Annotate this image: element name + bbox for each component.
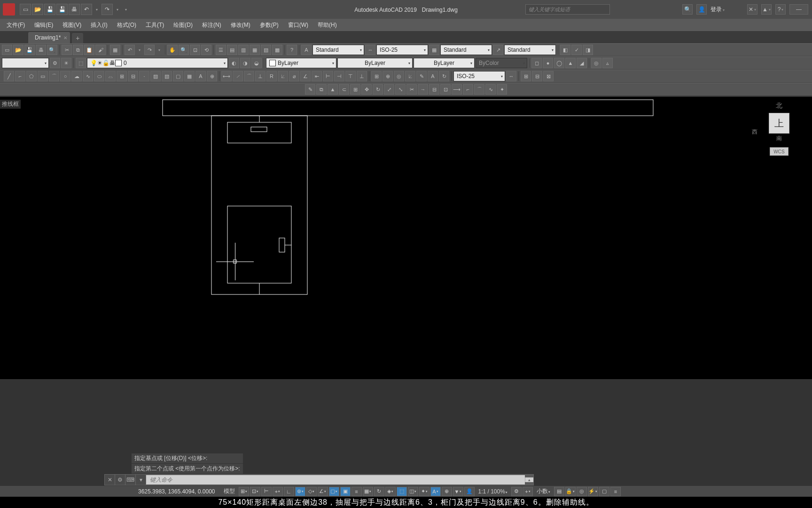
menu-parametric[interactable]: 参数(P) — [255, 19, 283, 31]
signin-icon[interactable]: 👤 — [696, 4, 707, 15]
circle-icon[interactable]: ○ — [60, 71, 70, 81]
copy-obj-icon[interactable]: ⧉ — [316, 84, 327, 95]
dim-quick-icon[interactable]: ⇤ — [312, 71, 322, 81]
solid-wedge-icon[interactable]: ◢ — [577, 58, 587, 68]
otrack-icon[interactable]: ∠ — [318, 487, 328, 496]
annovis-icon[interactable]: ⊕ — [442, 487, 452, 496]
undo-icon[interactable]: ↶ — [125, 45, 135, 55]
dynamic-icon[interactable]: + — [273, 487, 283, 496]
properties-icon[interactable]: ☰ — [216, 45, 226, 55]
arc-icon[interactable]: ⌒ — [49, 71, 59, 81]
pan-icon[interactable]: ✋ — [167, 45, 178, 55]
menu-view[interactable]: 视图(V) — [58, 19, 86, 31]
polyline-icon[interactable]: ⌐ — [15, 71, 25, 81]
menu-file[interactable]: 文件(F) — [2, 19, 30, 31]
table-style-combo[interactable]: Standard — [440, 45, 492, 55]
undo-drop-icon[interactable]: ▾ — [93, 4, 101, 15]
color-combo[interactable]: ByLayer — [266, 58, 336, 68]
wcs-badge[interactable]: WCS — [770, 147, 789, 156]
paste-icon[interactable]: 📋 — [84, 45, 94, 55]
dim-angular-icon[interactable]: ∠ — [300, 71, 311, 81]
spline-icon[interactable]: ∿ — [83, 71, 93, 81]
menu-format[interactable]: 格式(O) — [112, 19, 141, 31]
layer-manager-icon[interactable]: ⬚ — [76, 58, 86, 68]
dim-tedit-icon[interactable]: A — [428, 71, 438, 81]
mtext-icon[interactable]: A — [195, 71, 206, 81]
iso-icon[interactable]: ◇ — [306, 487, 317, 496]
linetype-combo[interactable]: ByLayer — [337, 58, 413, 68]
make-block-icon[interactable]: ⊟ — [128, 71, 138, 81]
cut-icon[interactable]: ✂ — [62, 45, 72, 55]
text-style-icon[interactable]: A — [301, 45, 312, 55]
dim-arc-icon[interactable]: ⌒ — [244, 71, 254, 81]
extend-icon[interactable]: → — [418, 84, 428, 95]
solid-box-icon[interactable]: ◻ — [531, 58, 542, 68]
blend-icon[interactable]: ∿ — [485, 84, 496, 95]
layer-combo[interactable]: 💡☀🔓🖶 0 — [87, 58, 228, 68]
open-icon[interactable]: 📂 — [13, 45, 23, 55]
view-btn3-icon[interactable]: ⊠ — [543, 71, 554, 81]
solid-sphere-icon[interactable]: ● — [543, 58, 553, 68]
layer-iso-icon[interactable]: ◒ — [251, 58, 262, 68]
tool-palettes-icon[interactable]: ▥ — [238, 45, 249, 55]
style-btn2-icon[interactable]: ✓ — [571, 45, 582, 55]
view-btn2-icon[interactable]: ⊟ — [532, 71, 542, 81]
dim-style-combo[interactable]: ISO-25 — [376, 45, 428, 55]
dim-style-mgr-icon[interactable]: ↔ — [506, 71, 516, 81]
2dosnap-icon[interactable]: ▣ — [340, 487, 351, 496]
ortho-icon[interactable]: ∟ — [284, 487, 294, 496]
join-icon[interactable]: ⟶ — [452, 84, 462, 95]
dim-style-combo2[interactable]: ISO-25 — [453, 71, 505, 81]
tolerance-icon[interactable]: ⊞ — [371, 71, 382, 81]
workspace-settings-icon[interactable]: ⚙ — [50, 58, 60, 68]
menu-edit[interactable]: 编辑(E) — [30, 19, 58, 31]
undo-drop[interactable]: ▾ — [136, 44, 143, 56]
lwt-icon[interactable]: ≡ — [351, 487, 362, 496]
undo-icon[interactable]: ↶ — [81, 4, 92, 15]
zoom-prev-icon[interactable]: ⟲ — [201, 45, 211, 55]
viewcube[interactable]: 北 西 上 南 WCS — [756, 102, 803, 167]
workspace-combo[interactable] — [2, 58, 49, 68]
save-icon[interactable]: 💾 — [44, 4, 55, 15]
ducs-icon[interactable]: ⬚ — [397, 487, 407, 496]
revcloud-icon[interactable]: ☁ — [71, 71, 82, 81]
table-style-icon[interactable]: ▦ — [429, 45, 439, 55]
menu-dimension[interactable]: 标注(N) — [197, 19, 226, 31]
view-btn1-icon[interactable]: ⊞ — [521, 71, 531, 81]
dim-linear-icon[interactable]: ⟷ — [221, 71, 232, 81]
solid-pyramid-icon[interactable]: ▵ — [602, 58, 613, 68]
cmd-expand-icon[interactable]: ▴ — [525, 477, 533, 482]
inspect-icon[interactable]: ◎ — [394, 71, 404, 81]
text-style-combo[interactable]: Standard — [312, 45, 364, 55]
menu-insert[interactable]: 插入(I) — [86, 19, 112, 31]
osnap-icon[interactable]: ▢ — [329, 487, 339, 496]
scale-readout[interactable]: 1:1 / 100% — [476, 488, 510, 495]
ellipse-icon[interactable]: ⬭ — [94, 71, 104, 81]
dim-update-icon[interactable]: ↻ — [439, 71, 449, 81]
solid-torus-icon[interactable]: ◎ — [591, 58, 601, 68]
open-icon[interactable]: 📂 — [32, 4, 43, 15]
mleader-style-icon[interactable]: ↗ — [493, 45, 503, 55]
cmd-config-icon[interactable]: ⚙ — [115, 475, 125, 485]
match-prop-icon[interactable]: 🖌 — [95, 45, 106, 55]
ellipse-arc-icon[interactable]: ⌓ — [105, 71, 116, 81]
new-tab-button[interactable]: + — [72, 33, 83, 43]
hwacc-icon[interactable]: ⚡ — [588, 487, 598, 496]
qat-customize-icon[interactable]: ▾ — [122, 4, 130, 15]
stretch-icon[interactable]: ⤡ — [395, 84, 406, 95]
annoscale-icon[interactable]: A — [430, 487, 441, 496]
style-btn1-icon[interactable]: ◧ — [560, 45, 570, 55]
command-input[interactable] — [146, 475, 525, 484]
3dosnap-icon[interactable]: ◈ — [385, 487, 396, 496]
chamfer-icon[interactable]: ⌐ — [463, 84, 473, 95]
cleanscreen-icon[interactable]: ▢ — [599, 487, 609, 496]
model-button[interactable]: 模型 — [221, 487, 238, 495]
cmd-recent-icon[interactable]: ▾ — [136, 475, 146, 485]
redo-drop[interactable]: ▾ — [156, 44, 163, 56]
cmd-close-icon[interactable]: ✕ — [105, 475, 115, 485]
preview-icon[interactable]: 🔍 — [47, 45, 57, 55]
dim-aligned-icon[interactable]: ⟋ — [233, 71, 243, 81]
help-icon[interactable]: ? — [287, 45, 297, 55]
zoom-window-icon[interactable]: ⊡ — [190, 45, 200, 55]
viewcube-west[interactable]: 西 — [752, 128, 757, 136]
